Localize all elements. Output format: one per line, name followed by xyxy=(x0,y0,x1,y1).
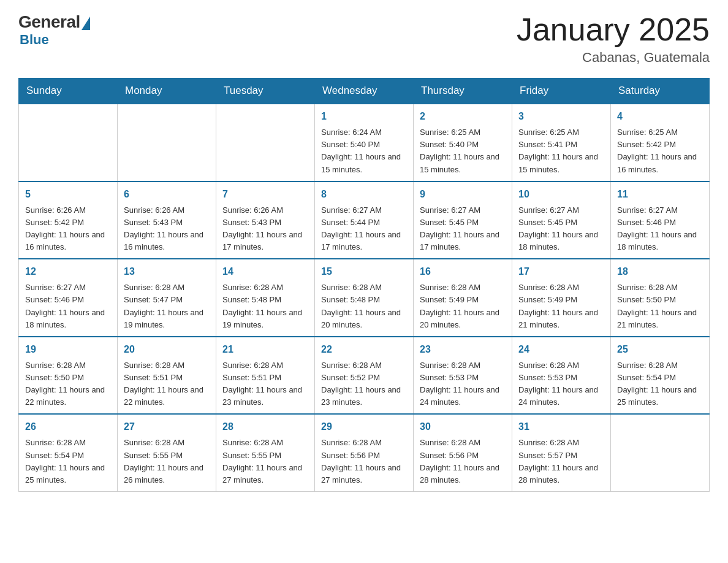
calendar-cell: 15Sunrise: 6:28 AM Sunset: 5:48 PM Dayli… xyxy=(315,259,414,337)
day-header-saturday: Saturday xyxy=(611,79,710,104)
calendar-table: SundayMondayTuesdayWednesdayThursdayFrid… xyxy=(18,78,710,492)
calendar-cell xyxy=(118,104,216,182)
day-number: 7 xyxy=(222,187,308,202)
day-number: 31 xyxy=(518,419,604,434)
calendar-cell xyxy=(216,104,315,182)
calendar-cell: 4Sunrise: 6:25 AM Sunset: 5:42 PM Daylig… xyxy=(611,104,710,182)
calendar-cell: 31Sunrise: 6:28 AM Sunset: 5:57 PM Dayli… xyxy=(512,414,611,491)
calendar-cell: 1Sunrise: 6:24 AM Sunset: 5:40 PM Daylig… xyxy=(315,104,414,182)
day-number: 24 xyxy=(518,342,604,357)
day-number: 15 xyxy=(321,264,407,279)
calendar-cell: 13Sunrise: 6:28 AM Sunset: 5:47 PM Dayli… xyxy=(118,259,216,337)
day-header-tuesday: Tuesday xyxy=(216,79,315,104)
day-number: 4 xyxy=(617,109,703,124)
calendar-cell: 27Sunrise: 6:28 AM Sunset: 5:55 PM Dayli… xyxy=(118,414,216,491)
day-info: Sunrise: 6:28 AM Sunset: 5:48 PM Dayligh… xyxy=(222,283,302,329)
day-number: 11 xyxy=(617,187,703,202)
day-number: 16 xyxy=(420,264,506,279)
calendar-week-row: 12Sunrise: 6:27 AM Sunset: 5:46 PM Dayli… xyxy=(19,259,710,337)
calendar-cell: 29Sunrise: 6:28 AM Sunset: 5:56 PM Dayli… xyxy=(315,414,414,491)
day-info: Sunrise: 6:28 AM Sunset: 5:57 PM Dayligh… xyxy=(518,438,598,484)
calendar-cell: 11Sunrise: 6:27 AM Sunset: 5:46 PM Dayli… xyxy=(611,182,710,259)
day-info: Sunrise: 6:25 AM Sunset: 5:41 PM Dayligh… xyxy=(518,128,598,174)
day-info: Sunrise: 6:28 AM Sunset: 5:47 PM Dayligh… xyxy=(124,283,203,329)
day-info: Sunrise: 6:28 AM Sunset: 5:48 PM Dayligh… xyxy=(321,283,401,329)
day-number: 13 xyxy=(124,264,210,279)
calendar-cell: 6Sunrise: 6:26 AM Sunset: 5:43 PM Daylig… xyxy=(118,182,216,259)
calendar-cell: 17Sunrise: 6:28 AM Sunset: 5:49 PM Dayli… xyxy=(512,259,611,337)
day-header-sunday: Sunday xyxy=(19,79,118,104)
day-number: 19 xyxy=(25,342,111,357)
page-header: General Blue January 2025 Cabanas, Guate… xyxy=(18,12,710,66)
calendar-cell: 19Sunrise: 6:28 AM Sunset: 5:50 PM Dayli… xyxy=(19,337,118,415)
calendar-cell: 25Sunrise: 6:28 AM Sunset: 5:54 PM Dayli… xyxy=(611,337,710,415)
title-section: January 2025 Cabanas, Guatemala xyxy=(517,12,710,66)
calendar-cell: 22Sunrise: 6:28 AM Sunset: 5:52 PM Dayli… xyxy=(315,337,414,415)
day-info: Sunrise: 6:27 AM Sunset: 5:44 PM Dayligh… xyxy=(321,205,401,251)
logo: General Blue xyxy=(18,12,90,48)
calendar-cell: 7Sunrise: 6:26 AM Sunset: 5:43 PM Daylig… xyxy=(216,182,315,259)
day-info: Sunrise: 6:27 AM Sunset: 5:46 PM Dayligh… xyxy=(25,283,105,329)
calendar-cell: 12Sunrise: 6:27 AM Sunset: 5:46 PM Dayli… xyxy=(19,259,118,337)
day-number: 14 xyxy=(222,264,308,279)
day-info: Sunrise: 6:28 AM Sunset: 5:49 PM Dayligh… xyxy=(420,283,499,329)
day-number: 30 xyxy=(420,419,506,434)
day-info: Sunrise: 6:28 AM Sunset: 5:53 PM Dayligh… xyxy=(518,361,598,407)
day-info: Sunrise: 6:28 AM Sunset: 5:51 PM Dayligh… xyxy=(124,361,203,407)
day-info: Sunrise: 6:25 AM Sunset: 5:42 PM Dayligh… xyxy=(617,128,697,174)
calendar-title: January 2025 xyxy=(517,12,710,47)
day-info: Sunrise: 6:28 AM Sunset: 5:55 PM Dayligh… xyxy=(222,438,302,484)
day-info: Sunrise: 6:28 AM Sunset: 5:52 PM Dayligh… xyxy=(321,361,401,407)
calendar-week-row: 26Sunrise: 6:28 AM Sunset: 5:54 PM Dayli… xyxy=(19,414,710,491)
day-info: Sunrise: 6:28 AM Sunset: 5:53 PM Dayligh… xyxy=(420,361,499,407)
calendar-cell xyxy=(611,414,710,491)
day-number: 5 xyxy=(25,187,111,202)
day-number: 25 xyxy=(617,342,703,357)
logo-general-text: General xyxy=(18,12,80,32)
calendar-cell: 8Sunrise: 6:27 AM Sunset: 5:44 PM Daylig… xyxy=(315,182,414,259)
day-info: Sunrise: 6:28 AM Sunset: 5:54 PM Dayligh… xyxy=(25,438,105,484)
calendar-cell: 30Sunrise: 6:28 AM Sunset: 5:56 PM Dayli… xyxy=(414,414,512,491)
day-number: 29 xyxy=(321,419,407,434)
day-number: 8 xyxy=(321,187,407,202)
day-header-monday: Monday xyxy=(118,79,216,104)
day-header-friday: Friday xyxy=(512,79,611,104)
day-info: Sunrise: 6:28 AM Sunset: 5:50 PM Dayligh… xyxy=(617,283,697,329)
day-header-wednesday: Wednesday xyxy=(315,79,414,104)
day-info: Sunrise: 6:28 AM Sunset: 5:55 PM Dayligh… xyxy=(124,438,203,484)
calendar-header-row: SundayMondayTuesdayWednesdayThursdayFrid… xyxy=(19,79,710,104)
day-number: 18 xyxy=(617,264,703,279)
calendar-week-row: 1Sunrise: 6:24 AM Sunset: 5:40 PM Daylig… xyxy=(19,104,710,182)
calendar-cell: 18Sunrise: 6:28 AM Sunset: 5:50 PM Dayli… xyxy=(611,259,710,337)
day-info: Sunrise: 6:28 AM Sunset: 5:56 PM Dayligh… xyxy=(321,438,401,484)
day-info: Sunrise: 6:25 AM Sunset: 5:40 PM Dayligh… xyxy=(420,128,499,174)
day-info: Sunrise: 6:27 AM Sunset: 5:45 PM Dayligh… xyxy=(420,205,499,251)
day-info: Sunrise: 6:26 AM Sunset: 5:43 PM Dayligh… xyxy=(222,205,302,251)
day-header-thursday: Thursday xyxy=(414,79,512,104)
day-number: 3 xyxy=(518,109,604,124)
day-info: Sunrise: 6:28 AM Sunset: 5:50 PM Dayligh… xyxy=(25,361,105,407)
day-number: 27 xyxy=(124,419,210,434)
day-number: 2 xyxy=(420,109,506,124)
day-number: 20 xyxy=(124,342,210,357)
day-number: 26 xyxy=(25,419,111,434)
day-number: 10 xyxy=(518,187,604,202)
calendar-cell: 14Sunrise: 6:28 AM Sunset: 5:48 PM Dayli… xyxy=(216,259,315,337)
day-info: Sunrise: 6:27 AM Sunset: 5:46 PM Dayligh… xyxy=(617,205,697,251)
day-number: 22 xyxy=(321,342,407,357)
logo-blue-text: Blue xyxy=(20,32,49,48)
calendar-cell: 10Sunrise: 6:27 AM Sunset: 5:45 PM Dayli… xyxy=(512,182,611,259)
day-number: 21 xyxy=(222,342,308,357)
calendar-cell: 16Sunrise: 6:28 AM Sunset: 5:49 PM Dayli… xyxy=(414,259,512,337)
day-number: 23 xyxy=(420,342,506,357)
day-number: 12 xyxy=(25,264,111,279)
day-info: Sunrise: 6:24 AM Sunset: 5:40 PM Dayligh… xyxy=(321,128,401,174)
calendar-week-row: 19Sunrise: 6:28 AM Sunset: 5:50 PM Dayli… xyxy=(19,337,710,415)
calendar-cell: 21Sunrise: 6:28 AM Sunset: 5:51 PM Dayli… xyxy=(216,337,315,415)
calendar-cell: 26Sunrise: 6:28 AM Sunset: 5:54 PM Dayli… xyxy=(19,414,118,491)
day-info: Sunrise: 6:28 AM Sunset: 5:54 PM Dayligh… xyxy=(617,361,697,407)
day-number: 6 xyxy=(124,187,210,202)
day-number: 28 xyxy=(222,419,308,434)
calendar-cell: 2Sunrise: 6:25 AM Sunset: 5:40 PM Daylig… xyxy=(414,104,512,182)
calendar-cell: 3Sunrise: 6:25 AM Sunset: 5:41 PM Daylig… xyxy=(512,104,611,182)
